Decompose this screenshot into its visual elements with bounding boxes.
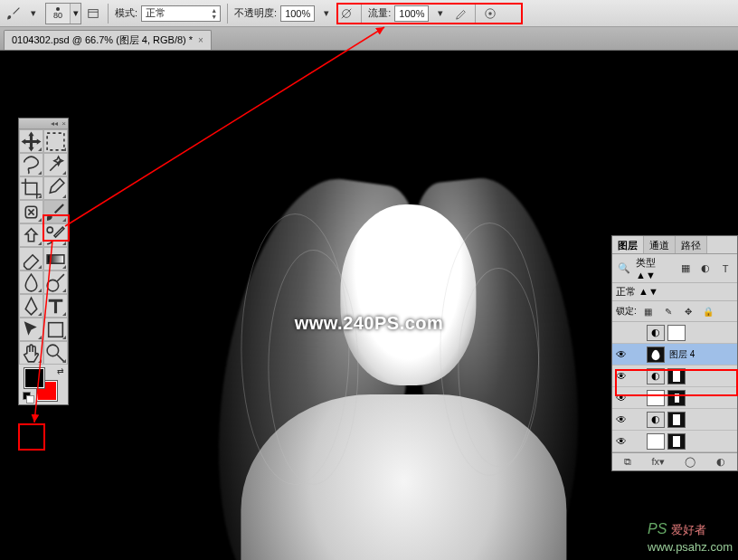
default-colors-icon[interactable] xyxy=(23,392,32,401)
clone-stamp-tool[interactable] xyxy=(19,223,43,247)
options-bar: ▾ 80 ▾ 模式: 正常 ▲▼ 不透明度: 100% ▾ 流量: 100% ▾ xyxy=(0,0,738,27)
svg-point-6 xyxy=(47,227,52,233)
chevron-down-icon[interactable]: ▾ xyxy=(70,4,80,24)
pressure-opacity-icon[interactable] xyxy=(338,5,355,22)
filter-image-icon[interactable]: ▦ xyxy=(677,261,694,277)
collapse-icon: ◂◂ xyxy=(51,119,58,128)
svg-rect-9 xyxy=(49,322,63,337)
dodge-tool[interactable] xyxy=(43,271,68,294)
eraser-tool[interactable] xyxy=(19,247,43,271)
lock-paint-icon[interactable]: ✎ xyxy=(660,303,676,319)
layer-row[interactable]: ◐ xyxy=(612,322,737,344)
lock-transparent-icon[interactable]: ▦ xyxy=(640,303,657,319)
chevron-down-icon[interactable]: ▾ xyxy=(432,5,449,22)
filter-adjust-icon[interactable]: ◐ xyxy=(697,261,714,277)
new-adjustment-icon[interactable]: ◐ xyxy=(716,456,725,468)
history-brush-tool[interactable] xyxy=(43,223,68,247)
mask-thumb[interactable] xyxy=(667,433,686,450)
mask-thumb[interactable] xyxy=(667,325,686,341)
visibility-icon[interactable]: 👁 xyxy=(614,348,629,361)
search-icon[interactable]: 🔍 xyxy=(616,261,632,277)
tab-layers[interactable]: 图层 xyxy=(612,236,644,253)
airbrush-icon[interactable] xyxy=(452,5,468,22)
panel-tabs: 图层 通道 路径 xyxy=(612,236,737,254)
hand-tool[interactable] xyxy=(19,341,43,365)
add-mask-icon[interactable]: ◯ xyxy=(685,456,695,468)
patch-tool[interactable] xyxy=(19,200,43,223)
mask-thumb[interactable] xyxy=(667,390,686,406)
swap-colors-icon[interactable]: ⇄ xyxy=(57,366,64,375)
corner-watermark: PS 爱好者 www.psahz.com xyxy=(648,521,733,555)
layer-thumb[interactable] xyxy=(647,390,665,406)
layer-actions: ⧉ fx▾ ◯ ◐ xyxy=(612,452,737,470)
visibility-icon[interactable]: 👁 xyxy=(614,392,629,404)
mask-thumb[interactable] xyxy=(667,412,686,428)
layer-row[interactable]: 👁 图层 4 xyxy=(612,344,737,365)
layer-name[interactable]: 图层 4 xyxy=(669,348,735,361)
tab-paths[interactable]: 路径 xyxy=(676,236,707,253)
marquee-tool[interactable] xyxy=(43,129,68,153)
lock-all-icon[interactable]: 🔒 xyxy=(700,303,716,319)
foreground-color[interactable] xyxy=(24,368,44,388)
layer-row[interactable]: 👁 xyxy=(612,387,737,409)
pen-tool[interactable] xyxy=(19,294,43,318)
eyedropper-tool[interactable] xyxy=(43,176,68,200)
opacity-field[interactable]: 100% xyxy=(280,5,315,22)
lock-label: 锁定: xyxy=(616,305,637,318)
zoom-tool[interactable] xyxy=(43,341,68,365)
chevron-down-icon[interactable]: ▾ xyxy=(318,5,335,22)
move-tool[interactable] xyxy=(19,129,43,153)
blend-mode-dropdown[interactable]: 正常 ▲▼ xyxy=(141,5,221,22)
visibility-icon[interactable]: 👁 xyxy=(614,413,629,426)
mask-thumb[interactable] xyxy=(667,368,686,384)
crop-tool[interactable] xyxy=(19,176,43,200)
mode-label: 模式: xyxy=(115,6,137,20)
svg-point-3 xyxy=(489,12,493,15)
layers-panel: 图层 通道 路径 🔍 类型 ▲▼ ▦ ◐ T 正常 ▲▼ 锁定: ▦ ✎ ✥ 🔒… xyxy=(611,235,738,471)
brush-panel-toggle-icon[interactable] xyxy=(85,5,101,22)
tool-preset-dropdown-icon[interactable]: ▾ xyxy=(25,5,42,22)
gradient-tool[interactable] xyxy=(43,247,68,271)
blur-tool[interactable] xyxy=(19,271,43,294)
watermark-text: www.240PS.com xyxy=(295,313,444,334)
path-select-tool[interactable] xyxy=(19,318,43,341)
opacity-label: 不透明度: xyxy=(234,6,277,20)
svg-rect-0 xyxy=(89,9,99,17)
blend-mode-dropdown[interactable]: 正常 ▲▼ xyxy=(616,285,733,299)
link-layers-icon[interactable]: ⧉ xyxy=(624,456,631,468)
layer-row[interactable]: 👁 ◐ xyxy=(612,365,737,387)
canvas-image xyxy=(186,141,566,560)
close-icon[interactable]: × xyxy=(198,35,203,45)
pressure-size-icon[interactable] xyxy=(482,5,498,22)
visibility-icon[interactable]: 👁 xyxy=(614,435,629,448)
layer-thumb[interactable]: ◐ xyxy=(647,412,665,428)
tab-channels[interactable]: 通道 xyxy=(644,236,676,253)
layer-row[interactable]: 👁 ◐ xyxy=(612,409,737,431)
filter-type-icon[interactable]: T xyxy=(717,261,733,277)
layer-row[interactable]: 👁 xyxy=(612,431,737,452)
toolbox-panel: ◂◂× ⇄ xyxy=(18,118,69,405)
svg-point-10 xyxy=(47,345,59,356)
document-tab[interactable]: 0104302.psd @ 66.7% (图层 4, RGB/8) * × xyxy=(4,30,212,50)
type-tool[interactable] xyxy=(43,294,68,318)
layer-thumb[interactable]: ◐ xyxy=(647,368,665,384)
shape-tool[interactable] xyxy=(43,318,68,341)
brush-tool[interactable] xyxy=(43,200,68,223)
layer-filter-dropdown[interactable]: 类型 ▲▼ xyxy=(636,256,674,280)
lock-position-icon[interactable]: ✥ xyxy=(680,303,696,319)
layer-thumb[interactable]: ◐ xyxy=(647,325,665,341)
layer-fx-icon[interactable]: fx▾ xyxy=(652,456,666,468)
layer-thumb[interactable] xyxy=(647,346,665,363)
brush-preset-picker[interactable]: 80 ▾ xyxy=(45,3,81,24)
close-icon: × xyxy=(62,119,66,128)
panel-titlebar[interactable]: ◂◂× xyxy=(19,119,68,129)
lasso-tool[interactable] xyxy=(19,153,43,176)
document-tabs: 0104302.psd @ 66.7% (图层 4, RGB/8) * × xyxy=(0,27,738,51)
color-swatches[interactable]: ⇄ xyxy=(19,365,68,404)
flow-label: 流量: xyxy=(368,6,391,20)
magic-wand-tool[interactable] xyxy=(43,153,68,176)
flow-field[interactable]: 100% xyxy=(394,5,429,22)
layer-thumb[interactable] xyxy=(647,433,665,450)
layer-list: ◐ 👁 图层 4 👁 ◐ 👁 👁 ◐ xyxy=(612,322,737,452)
visibility-icon[interactable]: 👁 xyxy=(614,370,629,383)
